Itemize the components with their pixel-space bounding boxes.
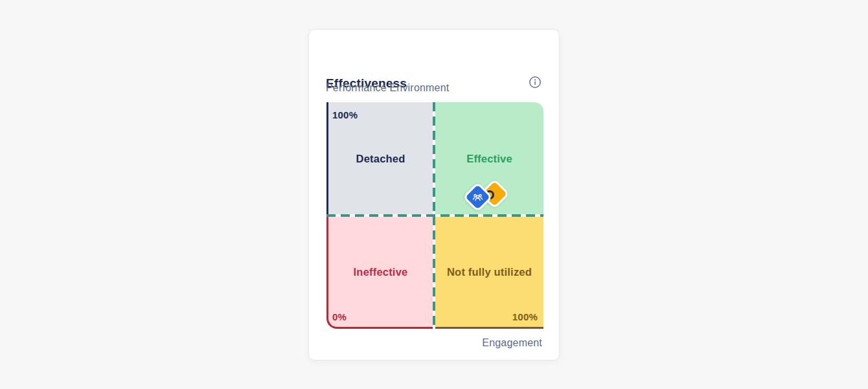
quadrant-chart: 100% 0% 100% Detached Effective Ineffect… bbox=[326, 102, 543, 329]
quadrant-label-effective: Effective bbox=[435, 153, 543, 165]
quadrant-label-not-fully-utilized: Not fully utilized bbox=[435, 266, 543, 278]
y-axis-label: Performance Environment bbox=[326, 82, 449, 94]
origin-tick: 0% bbox=[332, 311, 347, 322]
x-axis-max-tick: 100% bbox=[512, 311, 538, 322]
marker-diamond-blue[interactable] bbox=[467, 186, 488, 208]
people-group-icon bbox=[463, 182, 493, 212]
quadrant-label-detached: Detached bbox=[328, 153, 433, 165]
effectiveness-card: Effectiveness Performance Environment 10… bbox=[308, 29, 560, 361]
x-axis-label: Engagement bbox=[482, 337, 542, 349]
y-axis-max-tick: 100% bbox=[332, 109, 358, 120]
info-icon[interactable] bbox=[529, 76, 542, 89]
quadrant-label-ineffective: Ineffective bbox=[328, 266, 433, 278]
horizontal-dashed-divider bbox=[326, 214, 543, 217]
